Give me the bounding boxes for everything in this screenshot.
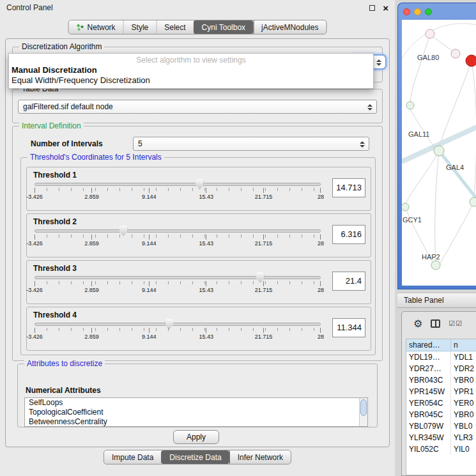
- combo-stepper-icon: [367, 102, 373, 112]
- table-row[interactable]: YLR345W YLR3: [406, 432, 476, 443]
- threshold-1-value-field[interactable]: 14.713: [332, 178, 365, 197]
- network-node[interactable]: [434, 146, 444, 156]
- network-node[interactable]: [431, 261, 440, 270]
- list-item[interactable]: SelfLoops: [25, 398, 367, 408]
- table-row[interactable]: YIL052C YIL0: [406, 443, 476, 455]
- threshold-2-value-field[interactable]: 6.316: [332, 225, 365, 244]
- dropdown-placeholder: Select algorithm to view settings: [9, 55, 373, 65]
- slider-track[interactable]: [35, 323, 321, 326]
- select-columns-icon[interactable]: ☑☑: [449, 319, 463, 328]
- float-window-icon[interactable]: [369, 5, 375, 11]
- slider-ticks: [35, 234, 321, 240]
- threshold-4-label: Threshold 4: [33, 311, 77, 319]
- slider-track[interactable]: [35, 183, 321, 186]
- number-of-intervals-combobox[interactable]: 5: [133, 137, 369, 151]
- columns-icon[interactable]: [431, 319, 440, 328]
- table-row[interactable]: YBL079W YBL0: [406, 420, 476, 432]
- tab-jactivemnodules[interactable]: jActiveMNodules: [253, 20, 326, 34]
- gear-icon[interactable]: ⚙: [413, 318, 422, 330]
- threshold-1-panel: Threshold 1 -3.426 2.859 9.144: [26, 167, 371, 211]
- column-header-shared-name[interactable]: shared…: [406, 339, 451, 351]
- thresholds-group: Threshold's Coordinates for 5 Intervals …: [20, 157, 376, 355]
- network-node[interactable]: [426, 29, 434, 38]
- node-label: HAP2: [422, 253, 440, 261]
- control-panel-tabbar: Network Style Select Cyni Toolbox jActiv…: [68, 20, 327, 35]
- threshold-2-panel: Threshold 2 -3.426 2.859 9.144: [26, 213, 371, 257]
- tab-impute-data[interactable]: Impute Data: [104, 450, 161, 464]
- tab-discretize-data[interactable]: Discretize Data: [161, 450, 229, 464]
- slider-scale-labels: -3.426 2.859 9.144 15.43 21.715 28: [35, 240, 321, 247]
- tab-style[interactable]: Style: [123, 20, 157, 34]
- numerical-attributes-list[interactable]: SelfLoops TopologicalCoefficient Between…: [24, 397, 368, 427]
- close-icon[interactable]: ×: [383, 3, 388, 13]
- threshold-3-label: Threshold 3: [33, 264, 77, 273]
- scrollbar-thumb[interactable]: [360, 399, 367, 416]
- zoom-traffic-light-icon[interactable]: [425, 8, 432, 15]
- network-node[interactable]: [406, 102, 414, 109]
- table-row[interactable]: YBR043C YBR0: [406, 374, 476, 386]
- number-of-intervals-value: 5: [138, 139, 142, 148]
- node-label: GAL11: [408, 130, 429, 138]
- list-item[interactable]: BetweennessCentrality: [25, 417, 367, 427]
- list-scrollbar[interactable]: [359, 398, 367, 426]
- table-row[interactable]: YPR145W YPR1: [406, 386, 476, 397]
- network-node[interactable]: [451, 49, 460, 58]
- network-canvas[interactable]: GAL80 GAL11 GAL4 GCY1 HAP2: [402, 20, 476, 286]
- slider-track[interactable]: [35, 229, 321, 233]
- network-node[interactable]: [402, 203, 409, 211]
- tab-select[interactable]: Select: [156, 20, 193, 34]
- cyni-toolbox-panel: Discretization Algorithm Select algorith…: [5, 38, 390, 447]
- network-icon: [77, 24, 84, 31]
- threshold-1-label: Threshold 1: [33, 171, 77, 180]
- threshold-2-slider[interactable]: -3.426 2.859 9.144 15.43 21.715 28: [35, 229, 321, 247]
- table-row[interactable]: YDR27… YDR2: [406, 363, 476, 374]
- threshold-4-value-field[interactable]: 11.344: [332, 318, 365, 337]
- slider-ticks: [35, 281, 321, 286]
- table-toolbar: ⚙ ☑☑: [402, 312, 476, 335]
- close-traffic-light-icon[interactable]: [403, 8, 410, 15]
- apply-button[interactable]: Apply: [173, 430, 219, 444]
- threshold-3-slider[interactable]: -3.426 2.859 9.144 15.43 21.715 28: [35, 276, 321, 294]
- threshold-1-slider[interactable]: -3.426 2.859 9.144 15.43 21.715 28: [35, 183, 321, 201]
- slider-ticks: [35, 188, 321, 193]
- table-panel-titlebar[interactable]: Table Panel: [397, 293, 476, 308]
- network-graph: GAL80 GAL11 GAL4 GCY1 HAP2: [402, 20, 476, 287]
- attributes-group-title: Attributes to discretize: [24, 359, 105, 368]
- tab-cyni-toolbox[interactable]: Cyni Toolbox: [194, 20, 253, 34]
- control-panel-titlebar: Control Panel ×: [0, 0, 395, 15]
- table-data-selected-value: galFiltered.sif default node: [23, 102, 113, 111]
- table-panel-title: Table Panel: [404, 296, 444, 305]
- tab-infer-network[interactable]: Infer Network: [229, 450, 291, 464]
- interval-definition-group-title: Interval Definition: [19, 121, 84, 130]
- table-data-combobox[interactable]: galFiltered.sif default node: [18, 100, 377, 114]
- node-label: GCY1: [403, 216, 422, 224]
- numerical-attributes-label: Numerical Attributes: [26, 386, 101, 395]
- slider-ticks: [35, 328, 321, 333]
- dropdown-option-manual-discretization[interactable]: Manual Discretization: [9, 65, 373, 75]
- threshold-3-panel: Threshold 3 -3.426 2.859 9.144: [26, 260, 371, 304]
- desktop: Control Panel × Network Style Select Cyn…: [0, 0, 476, 476]
- column-header-name[interactable]: n: [451, 339, 476, 351]
- combo-stepper-icon: [359, 139, 365, 150]
- algorithm-dropdown-popup: Select algorithm to view settings Manual…: [8, 53, 374, 89]
- threshold-2-label: Threshold 2: [33, 217, 77, 226]
- interval-definition-group: Interval Definition Number of Intervals …: [12, 126, 383, 361]
- table-row[interactable]: YDL19… YDL1: [406, 351, 476, 363]
- tab-network[interactable]: Network: [69, 20, 123, 34]
- discretization-algorithm-group-title: Discretization Algorithm: [19, 42, 104, 51]
- list-item[interactable]: TopologicalCoefficient: [25, 408, 367, 417]
- network-view-window: GAL80 GAL11 GAL4 GCY1 HAP2: [397, 3, 476, 289]
- table-row[interactable]: YBR045C YBR0: [406, 409, 476, 420]
- attributes-group: Attributes to discretize Numerical Attri…: [17, 364, 378, 427]
- dropdown-option-equal-width-frequency[interactable]: Equal Width/Frequency Discretization: [9, 75, 373, 86]
- network-node[interactable]: [470, 197, 476, 206]
- threshold-3-value-field[interactable]: 21.4: [332, 272, 365, 291]
- table-row[interactable]: YER054C YER0: [406, 397, 476, 409]
- threshold-4-slider[interactable]: -3.426 2.859 9.144 15.43 21.715 28: [35, 323, 321, 341]
- minimize-traffic-light-icon[interactable]: [414, 8, 421, 15]
- slider-track[interactable]: [35, 276, 321, 279]
- slider-scale-labels: -3.426 2.859 9.144 15.43 21.715 28: [35, 334, 321, 341]
- number-of-intervals-label: Number of Intervals: [31, 139, 103, 148]
- control-panel-title: Control Panel: [6, 3, 53, 12]
- network-node-selected[interactable]: [466, 55, 476, 66]
